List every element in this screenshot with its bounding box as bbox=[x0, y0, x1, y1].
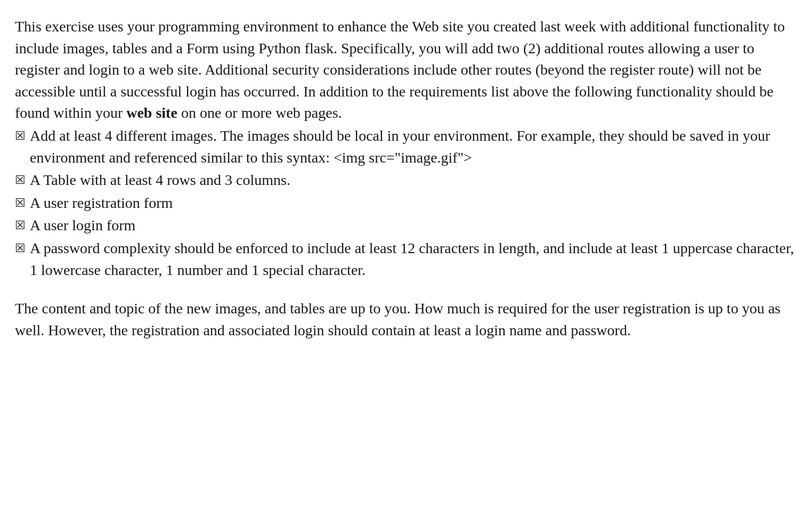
intro-paragraph: This exercise uses your programming envi… bbox=[15, 16, 797, 124]
bullet-char-2: ☒ bbox=[15, 172, 26, 189]
bullet-item-4: ☒ A user login form bbox=[15, 215, 797, 237]
bullet-text-2: A Table with at least 4 rows and 3 colum… bbox=[30, 169, 797, 191]
bullet-text-4: A user login form bbox=[30, 215, 797, 237]
bullet-text-1: Add at least 4 different images. The ima… bbox=[30, 125, 797, 168]
bullet-char-3: ☒ bbox=[15, 195, 26, 212]
intro-bold: web site bbox=[126, 104, 177, 121]
bullet-item-3: ☒ A user registration form bbox=[15, 192, 797, 214]
bullet-char-1: ☒ bbox=[15, 127, 26, 144]
bullet-char-4: ☒ bbox=[15, 217, 26, 234]
intro-end: on one or more web pages. bbox=[177, 104, 342, 121]
bullet-char-5: ☒ bbox=[15, 240, 26, 257]
closing-text: The content and topic of the new images,… bbox=[15, 300, 781, 338]
bullet-item-5: ☒ A password complexity should be enforc… bbox=[15, 238, 797, 281]
bullet-item-1: ☒ Add at least 4 different images. The i… bbox=[15, 125, 797, 168]
bullet-text-3: A user registration form bbox=[30, 192, 797, 214]
bullet-list: ☒ Add at least 4 different images. The i… bbox=[15, 125, 797, 281]
bullet-text-5: A password complexity should be enforced… bbox=[30, 238, 797, 281]
bullet-item-2: ☒ A Table with at least 4 rows and 3 col… bbox=[15, 169, 797, 191]
closing-paragraph: The content and topic of the new images,… bbox=[15, 298, 797, 341]
